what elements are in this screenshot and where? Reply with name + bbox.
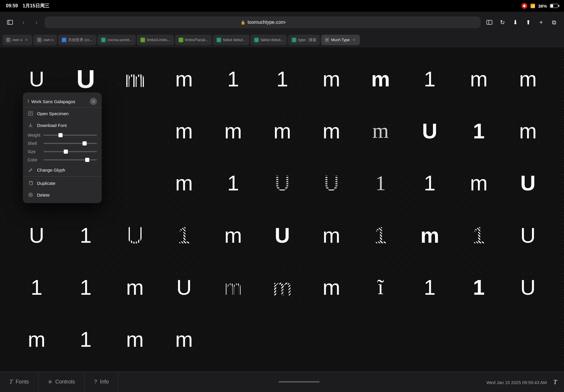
glyph[interactable]: m xyxy=(166,165,201,201)
menu-close-button[interactable]: ✕ xyxy=(90,98,97,105)
glyph[interactable]: U xyxy=(68,61,103,97)
glyph[interactable]: m xyxy=(363,61,398,97)
tab-close-t1[interactable]: ✕ xyxy=(24,38,29,42)
glyph[interactable]: U xyxy=(412,113,447,149)
tab-t2[interactable]: C own s xyxy=(33,35,57,45)
glyph[interactable]: m xyxy=(19,322,54,357)
change-glyph-item[interactable]: Change Glyph xyxy=(23,164,102,176)
glyph[interactable]: 1 xyxy=(19,270,54,305)
search-tab-btn[interactable] xyxy=(484,17,495,28)
battery-container xyxy=(550,4,558,8)
glyph[interactable]: U xyxy=(19,61,54,97)
glyph[interactable]: 1 xyxy=(461,218,496,253)
glyph[interactable]: m xyxy=(166,113,201,149)
delete-item[interactable]: Delete xyxy=(23,189,102,201)
bottom-toolbar: T Fonts ✳ Controls ? Info Wed Jan 15 202… xyxy=(0,371,564,392)
tab-t5[interactable]: L limbs/Limbs... xyxy=(137,35,174,45)
info-tab[interactable]: ? Info xyxy=(85,372,118,392)
glyph[interactable]: 1 xyxy=(412,165,447,201)
glyph[interactable]: m xyxy=(412,218,447,253)
glyph[interactable]: 1 xyxy=(412,61,447,97)
glyph[interactable]: 1 xyxy=(68,270,103,305)
glyph[interactable]: U xyxy=(117,218,152,253)
glyph[interactable]: m xyxy=(461,61,496,97)
glyph[interactable]: U xyxy=(19,218,54,253)
glyph[interactable]: m xyxy=(215,218,251,253)
glyph[interactable]: m xyxy=(510,61,545,97)
glyph[interactable]: m xyxy=(215,270,251,305)
glyph[interactable]: m xyxy=(313,61,349,97)
right-icon[interactable]: T xyxy=(553,378,557,386)
glyph[interactable]: m xyxy=(215,113,251,149)
glyph[interactable]: U xyxy=(510,218,545,253)
shell-slider-row: Shell xyxy=(23,139,102,148)
size-thumb[interactable] xyxy=(64,150,68,154)
tab-t8[interactable]: Q failed debut... xyxy=(251,35,287,45)
glyph[interactable]: m xyxy=(117,61,152,97)
glyph[interactable]: m xyxy=(313,218,349,253)
download-font-item[interactable]: Download Font xyxy=(23,119,102,131)
glyph[interactable]: 1 xyxy=(166,218,201,253)
size-track[interactable] xyxy=(43,151,97,152)
glyph[interactable]: m xyxy=(264,270,300,305)
tab-close-t10[interactable]: ✕ xyxy=(352,38,356,42)
glyph-spacer xyxy=(412,322,447,357)
glyph[interactable]: 1 xyxy=(461,113,496,149)
glyph[interactable]: 1 xyxy=(363,165,398,201)
download-btn[interactable]: ⬇ xyxy=(510,17,521,28)
weight-thumb[interactable] xyxy=(58,133,63,137)
forward-button[interactable]: › xyxy=(32,18,41,27)
glyph[interactable]: m xyxy=(461,165,496,201)
reload-button[interactable]: ↻ xyxy=(497,17,508,28)
tab-t9[interactable]: Q type - 搜索 xyxy=(288,35,320,45)
controls-tab[interactable]: ✳ Controls xyxy=(38,372,85,392)
back-button[interactable]: ‹ xyxy=(19,18,28,27)
glyph[interactable]: 1 xyxy=(264,61,300,97)
duplicate-item[interactable]: Duplicate xyxy=(23,177,102,189)
glyph[interactable]: 1 xyxy=(68,322,103,357)
shell-thumb[interactable] xyxy=(83,141,87,145)
color-thumb[interactable] xyxy=(85,158,89,162)
glyph[interactable]: 1 xyxy=(412,270,447,305)
glyph[interactable]: m xyxy=(313,113,349,149)
weight-track[interactable] xyxy=(43,135,97,136)
glyph[interactable]: 1 xyxy=(215,61,251,97)
glyph[interactable]: m xyxy=(313,270,349,305)
open-specimen-item[interactable]: Open Specimen xyxy=(23,108,102,119)
new-tab-btn[interactable]: + xyxy=(536,17,546,28)
tab-t3[interactable]: 共 共创世界 (cc... xyxy=(58,35,96,45)
tab-t7[interactable]: Q failed debut... xyxy=(213,35,249,45)
glyph[interactable]: m xyxy=(363,113,398,149)
glyph[interactable]: U xyxy=(510,270,545,305)
tab-t6[interactable]: L limbs/Facial... xyxy=(175,35,212,45)
tab-t4[interactable]: Q cocrea.world... xyxy=(98,35,136,45)
glyph[interactable]: 1 xyxy=(68,218,103,253)
tabs-btn[interactable]: ⧉ xyxy=(549,17,559,28)
tab-t1[interactable]: C own s ✕ xyxy=(2,35,32,45)
glyph[interactable]: U xyxy=(166,270,201,305)
glyph[interactable]: 1 xyxy=(215,165,251,201)
glyph[interactable]: m xyxy=(510,113,545,149)
glyph[interactable]: ĩ xyxy=(363,270,398,305)
glyph[interactable]: m xyxy=(166,322,201,357)
glyph[interactable]: m xyxy=(117,322,152,357)
glyph[interactable]: m xyxy=(117,270,152,305)
glyph[interactable]: U xyxy=(264,218,300,253)
tab-t10[interactable]: ✕ Much Type ✕ xyxy=(321,35,360,45)
change-glyph-icon xyxy=(28,167,33,173)
glyph[interactable]: 1 xyxy=(461,270,496,305)
fonts-tab[interactable]: T Fonts xyxy=(0,372,38,392)
share-btn[interactable]: ⬆ xyxy=(523,17,533,28)
glyph[interactable]: U xyxy=(264,165,300,201)
toolbar-tabs: T Fonts ✳ Controls ? Info xyxy=(0,372,118,392)
battery-fill xyxy=(550,4,553,7)
color-track[interactable] xyxy=(43,159,97,160)
glyph[interactable]: m xyxy=(264,113,300,149)
glyph[interactable]: m xyxy=(166,61,201,97)
glyph[interactable]: 1 xyxy=(363,218,398,253)
shell-track[interactable] xyxy=(43,143,97,144)
glyph[interactable]: U xyxy=(313,165,349,201)
address-bar[interactable]: 🔒 toomuchtype.com xyxy=(45,16,481,28)
glyph[interactable]: U xyxy=(510,165,545,201)
sidebar-toggle[interactable] xyxy=(5,17,15,28)
